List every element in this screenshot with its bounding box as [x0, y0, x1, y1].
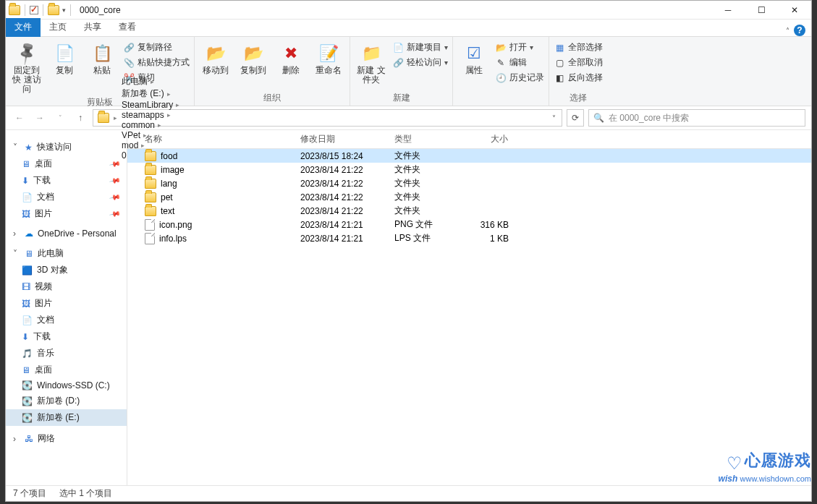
folder-icon: [145, 206, 156, 216]
breadcrumb-item[interactable]: 此电脑▸: [119, 75, 182, 87]
folder-icon: [145, 165, 156, 175]
invert-selection-button[interactable]: ◧反向选择: [554, 70, 603, 85]
move-icon: 📂: [204, 43, 227, 64]
search-input[interactable]: 🔍 在 0000_core 中搜索: [588, 109, 805, 127]
selectall-icon: ▦: [554, 42, 565, 54]
copy-button[interactable]: 📄 复制: [48, 40, 81, 75]
paste-button[interactable]: 📋 粘贴: [85, 40, 119, 75]
edit-icon: ✎: [495, 57, 507, 69]
nav-recent-button[interactable]: ˅: [52, 110, 68, 126]
network-item[interactable]: ›🖧网络: [6, 430, 127, 447]
copyto-icon: 📂: [242, 43, 265, 64]
pc-item[interactable]: 💽新加卷 (D:): [6, 393, 127, 409]
select-all-button[interactable]: ▦全部选择: [554, 40, 603, 55]
search-icon: 🔍: [593, 113, 604, 123]
new-folder-button[interactable]: 📁新建 文件夹: [355, 40, 388, 85]
pc-item[interactable]: 💽新加卷 (E:): [6, 409, 127, 426]
pc-item[interactable]: 🖼图片: [6, 295, 127, 312]
tab-view[interactable]: 查看: [110, 18, 145, 37]
pin-to-quick-button[interactable]: 固定到快 速访问: [10, 40, 43, 95]
folder-icon: [48, 5, 59, 15]
newitem-icon: 📄: [392, 42, 404, 54]
rename-button[interactable]: 📝重命名: [312, 40, 345, 75]
pc-item[interactable]: ⬇下载: [6, 328, 127, 345]
pc-item[interactable]: 🎞视频: [6, 278, 127, 295]
tab-home[interactable]: 主页: [41, 18, 75, 37]
quick-item[interactable]: ⬇下载📌: [6, 172, 127, 189]
quick-item[interactable]: 🖼图片📌: [6, 205, 127, 222]
qat-checkbox-icon[interactable]: [30, 6, 38, 14]
maximize-button[interactable]: ☐: [745, 1, 778, 20]
close-button[interactable]: ✕: [778, 1, 811, 20]
delete-icon: ✖: [279, 43, 302, 64]
easy-access-button[interactable]: 🔗轻松访问 ▾: [392, 55, 448, 70]
quick-item[interactable]: 📄文档📌: [6, 189, 127, 205]
file-row[interactable]: lang2023/8/14 21:22文件夹: [127, 176, 811, 190]
navigation-pane[interactable]: ˅★快速访问 🖥桌面📌⬇下载📌📄文档📌🖼图片📌 ›☁OneDrive - Per…: [6, 130, 127, 485]
breadcrumb-item[interactable]: common▸: [119, 120, 182, 130]
move-to-button[interactable]: 📂移动到: [199, 40, 232, 75]
file-row[interactable]: icon.png2023/8/14 21:21PNG 文件316 KB: [127, 218, 811, 231]
file-row[interactable]: food2023/8/15 18:24文件夹: [127, 149, 811, 163]
open-icon: 📂: [495, 42, 507, 54]
history-icon: 🕘: [495, 72, 507, 84]
breadcrumb-item[interactable]: 新加卷 (E:)▸: [119, 87, 182, 100]
status-count: 7 个项目: [13, 487, 46, 500]
column-headers[interactable]: 名称 修改日期 类型 大小: [127, 130, 811, 149]
pin-icon: 📌: [109, 175, 121, 187]
copy-path-button[interactable]: 🔗复制路径: [123, 40, 190, 55]
paste-shortcut-button[interactable]: 📎粘贴快捷方式: [123, 55, 190, 70]
watermark: ♡ 心愿游戏 wish www.wishdown.com: [719, 450, 811, 484]
copy-icon: 📄: [53, 43, 76, 64]
clipboard-icon: 📋: [90, 43, 114, 64]
chevron-up-icon[interactable]: ˄: [786, 27, 790, 35]
quick-access-header[interactable]: ˅★快速访问: [6, 139, 127, 155]
file-icon: [145, 219, 155, 231]
nav-up-button[interactable]: ↑: [72, 110, 88, 126]
properties-icon: ☑: [462, 43, 486, 64]
history-button[interactable]: 🕘历史记录: [495, 70, 544, 85]
open-button[interactable]: 📂打开 ▾: [495, 40, 544, 55]
onedrive-item[interactable]: ›☁OneDrive - Personal: [6, 226, 127, 241]
minimize-button[interactable]: ─: [711, 1, 745, 20]
pc-item[interactable]: 🎵音乐: [6, 345, 127, 362]
shortcut-icon: 📎: [123, 57, 135, 69]
copy-to-button[interactable]: 📂复制到: [237, 40, 270, 75]
chevron-down-icon[interactable]: ˅: [548, 114, 560, 122]
breadcrumb-item[interactable]: steamapps▸: [119, 110, 182, 120]
help-icon[interactable]: ?: [794, 25, 805, 36]
tab-share[interactable]: 共享: [75, 18, 110, 37]
pc-item[interactable]: 🟦3D 对象: [6, 262, 127, 278]
this-pc-header[interactable]: ˅🖥此电脑: [6, 245, 127, 262]
status-selected: 选中 1 个项目: [59, 487, 112, 500]
pc-item[interactable]: 🖥桌面: [6, 362, 127, 378]
new-item-button[interactable]: 📄新建项目 ▾: [392, 40, 448, 55]
window-title: 0000_core: [75, 5, 711, 15]
file-icon: [145, 233, 155, 244]
file-row[interactable]: image2023/8/14 21:22文件夹: [127, 163, 811, 176]
file-row[interactable]: info.lps2023/8/14 21:21LPS 文件1 KB: [127, 231, 811, 245]
selectnone-icon: ▢: [554, 57, 565, 69]
file-row[interactable]: text2023/8/14 21:22文件夹: [127, 204, 811, 218]
quick-item[interactable]: 🖥桌面📌: [6, 155, 127, 172]
folder-icon: [9, 5, 20, 15]
properties-button[interactable]: ☑属性: [457, 40, 491, 75]
select-none-button[interactable]: ▢全部取消: [554, 55, 603, 70]
nav-forward-button[interactable]: →: [32, 110, 48, 126]
address-bar[interactable]: ▸ 此电脑▸新加卷 (E:)▸SteamLibrary▸steamapps▸co…: [93, 109, 562, 127]
pin-icon: 📌: [109, 158, 121, 170]
edit-button[interactable]: ✎编辑: [495, 55, 544, 70]
delete-button[interactable]: ✖删除: [274, 40, 308, 75]
tab-file[interactable]: 文件: [6, 18, 41, 37]
newfolder-icon: 📁: [360, 43, 383, 64]
chevron-down-icon[interactable]: ▾: [62, 7, 66, 14]
nav-back-button[interactable]: ←: [12, 110, 27, 126]
file-row[interactable]: pet2023/8/14 21:22文件夹: [127, 190, 811, 204]
rename-icon: 📝: [317, 43, 340, 64]
breadcrumb-item[interactable]: SteamLibrary▸: [119, 100, 182, 110]
folder-icon: [145, 151, 156, 161]
refresh-button[interactable]: ⟳: [567, 109, 584, 127]
pc-item[interactable]: 📄文档: [6, 312, 127, 328]
pc-item[interactable]: 💽Windows-SSD (C:): [6, 378, 127, 393]
pin-icon: 📌: [109, 192, 121, 203]
